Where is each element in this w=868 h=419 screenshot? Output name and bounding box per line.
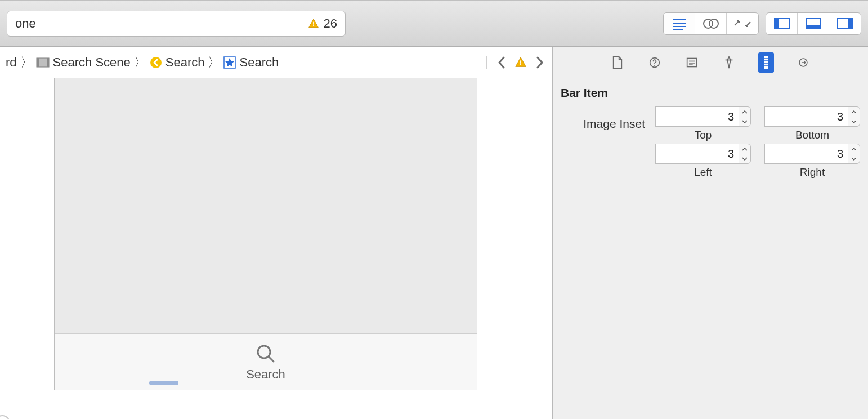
svg-rect-1 — [313, 25, 314, 26]
toggle-debug-area-button[interactable] — [798, 13, 829, 34]
attributes-inspector-tab[interactable] — [721, 52, 737, 73]
inset-left-field: Left — [655, 144, 751, 179]
inset-bottom-field: Bottom — [764, 106, 860, 141]
inset-bottom-input[interactable] — [764, 106, 848, 127]
content-row: rd 〉 Search Scene 〉 Search 〉 — [0, 47, 868, 419]
svg-rect-13 — [848, 19, 852, 29]
chevron-right-icon: 〉 — [134, 54, 146, 71]
forward-button[interactable] — [533, 56, 547, 69]
connections-inspector-tab[interactable] — [795, 52, 811, 73]
back-button[interactable] — [495, 56, 508, 69]
viewcontroller-icon — [150, 56, 162, 69]
breadcrumb-label: Search Scene — [53, 55, 131, 70]
section-title: Bar Item — [561, 86, 860, 100]
inset-right-sublabel: Right — [800, 166, 825, 179]
scheme-text: one — [15, 16, 308, 31]
breadcrumb-item-0[interactable]: rd — [6, 55, 17, 70]
top-toolbar: one 26 — [0, 0, 868, 47]
stepper-up-icon[interactable] — [739, 107, 750, 117]
stepper-up-icon[interactable] — [848, 144, 860, 154]
activity-status-box[interactable]: one 26 — [7, 11, 346, 37]
svg-rect-20 — [520, 64, 521, 65]
breadcrumb-label: Search — [165, 55, 205, 70]
svg-point-7 — [709, 19, 718, 28]
svg-line-22 — [269, 356, 274, 362]
stepper-up-icon[interactable] — [848, 107, 860, 117]
size-inspector-tab[interactable] — [758, 52, 774, 73]
panel-toggle-group — [766, 12, 861, 35]
home-indicator — [149, 381, 178, 385]
image-inset-row2: Left Right — [561, 144, 860, 179]
standard-editor-button[interactable] — [664, 13, 695, 34]
breadcrumb-item-2[interactable]: Search — [150, 55, 205, 70]
tab-item-search[interactable]: Search — [246, 342, 285, 382]
chevron-right-icon: 〉 — [20, 54, 33, 71]
tab-item-label: Search — [246, 367, 285, 382]
breadcrumb-label: Search — [239, 55, 279, 70]
inset-bottom-sublabel: Bottom — [795, 129, 829, 141]
storyboard-icon — [36, 57, 50, 68]
issues-button[interactable] — [514, 56, 527, 69]
inspector-tabs — [553, 47, 868, 78]
inset-right-field: Right — [764, 144, 860, 179]
inset-top-stepper[interactable] — [739, 106, 751, 127]
identity-inspector-tab[interactable] — [684, 52, 700, 73]
assistant-editor-button[interactable] — [695, 13, 727, 34]
stepper-up-icon[interactable] — [739, 144, 750, 154]
svg-rect-16 — [47, 58, 49, 67]
search-icon — [254, 342, 277, 365]
image-inset-row1: Image Inset Top — [561, 106, 860, 141]
svg-rect-19 — [520, 60, 521, 64]
inset-top-sublabel: Top — [695, 129, 712, 141]
inset-left-input[interactable] — [655, 144, 739, 164]
stepper-down-icon[interactable] — [739, 117, 750, 126]
image-inset-label: Image Inset — [561, 117, 645, 131]
toggle-utilities-button[interactable] — [829, 13, 861, 34]
inset-left-sublabel: Left — [694, 166, 712, 179]
canvas[interactable]: Search — [0, 78, 552, 419]
inset-top-input[interactable] — [655, 106, 739, 127]
breadcrumb-label: rd — [6, 55, 17, 70]
svg-point-24 — [654, 65, 655, 66]
inset-right-stepper[interactable] — [848, 144, 860, 164]
svg-rect-0 — [313, 22, 314, 25]
svg-rect-11 — [806, 25, 821, 29]
editor-pane: rd 〉 Search Scene 〉 Search 〉 — [0, 47, 552, 419]
svg-point-17 — [150, 57, 162, 68]
stepper-down-icon[interactable] — [848, 154, 860, 163]
jump-bar: rd 〉 Search Scene 〉 Search 〉 — [0, 47, 552, 78]
tab-bar[interactable]: Search — [55, 333, 477, 390]
warning-icon[interactable] — [308, 18, 319, 29]
toggle-navigator-button[interactable] — [766, 13, 798, 34]
device-frame[interactable]: Search — [54, 78, 477, 390]
inspector-section: Bar Item Image Inset Top — [553, 78, 868, 189]
inset-controls-top-bottom: Top Bottom — [655, 106, 860, 141]
breadcrumb-item-3[interactable]: Search — [223, 55, 279, 70]
jump-bar-nav — [486, 56, 547, 69]
segue-handle[interactable] — [0, 415, 10, 419]
file-inspector-tab[interactable] — [610, 52, 625, 73]
tabbar-item-icon — [223, 56, 236, 69]
inset-right-input[interactable] — [764, 144, 848, 164]
svg-rect-9 — [775, 19, 779, 29]
inspector-pane: Bar Item Image Inset Top — [552, 47, 868, 419]
breadcrumb-item-1[interactable]: Search Scene — [36, 55, 131, 70]
version-editor-button[interactable] — [727, 13, 758, 34]
warning-count: 26 — [324, 16, 337, 31]
editor-mode-group — [663, 12, 759, 35]
inset-bottom-stepper[interactable] — [848, 106, 860, 127]
stepper-down-icon[interactable] — [739, 154, 750, 163]
quickhelp-inspector-tab[interactable] — [647, 52, 663, 73]
inset-top-field: Top — [655, 106, 751, 141]
svg-rect-15 — [37, 58, 39, 67]
view-content-area[interactable] — [55, 78, 477, 333]
inset-left-stepper[interactable] — [739, 144, 751, 164]
stepper-down-icon[interactable] — [848, 117, 860, 126]
inset-controls-left-right: Left Right — [655, 144, 860, 179]
chevron-right-icon: 〉 — [208, 54, 220, 71]
